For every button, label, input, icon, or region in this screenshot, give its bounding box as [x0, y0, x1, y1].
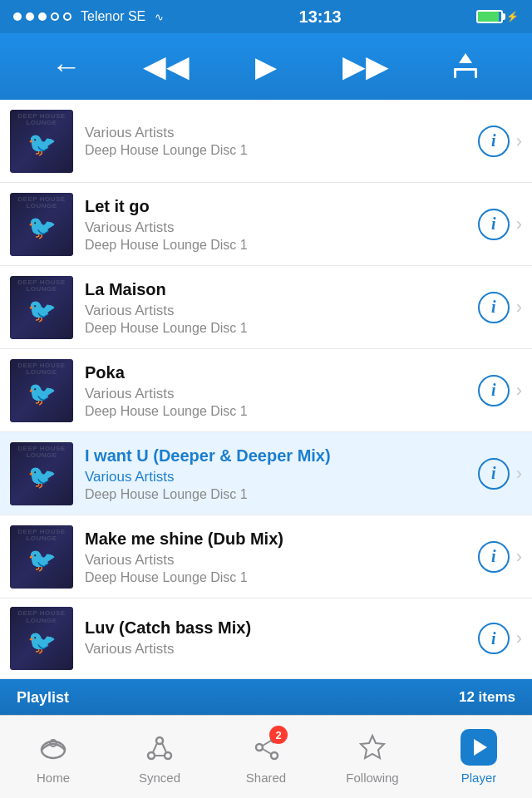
- track-title-label: Poka: [85, 362, 471, 382]
- track-album-label: Deep House Lounge Disc 1: [85, 321, 471, 336]
- tab-synced-label: Synced: [139, 771, 180, 785]
- svg-line-10: [162, 743, 166, 752]
- info-button[interactable]: i: [478, 375, 510, 406]
- playlist-bar: Playlist 12 items: [0, 679, 532, 716]
- info-button[interactable]: i: [478, 623, 510, 654]
- track-item[interactable]: DEEP HOUSELOUNGE 🐦 Poka Various Artists …: [0, 349, 532, 432]
- track-controls: i ›: [478, 541, 522, 573]
- track-title-label: La Maison: [85, 279, 471, 299]
- back-button[interactable]: ←: [42, 42, 91, 91]
- album-art: DEEP HOUSELOUNGE 🐦: [10, 442, 73, 505]
- info-button[interactable]: i: [478, 209, 510, 240]
- signal-dot-4: [51, 12, 59, 21]
- signal-dot-5: [63, 12, 71, 21]
- track-info: Let it go Various Artists Deep House Lou…: [85, 196, 471, 253]
- wifi-icon: ∿: [155, 11, 164, 23]
- synced-icon: [141, 729, 178, 766]
- track-item-partial[interactable]: DEEP HOUSELOUNGE 🐦 Luv (Catch bass Mix) …: [0, 598, 532, 679]
- album-art: DEEP HOUSELOUNGE 🐦: [10, 193, 73, 256]
- album-art: DEEP HOUSELOUNGE 🐦: [10, 607, 73, 670]
- track-controls: i ›: [478, 209, 522, 240]
- status-time: 13:13: [299, 7, 342, 27]
- track-title-label: Make me shine (Dub Mix): [85, 529, 471, 549]
- status-carrier-area: Telenor SE ∿: [13, 9, 164, 24]
- previous-button[interactable]: ◀◀: [141, 42, 191, 91]
- tab-following-label: Following: [346, 771, 398, 785]
- track-artist-label: Various Artists: [85, 219, 471, 236]
- tab-following[interactable]: Following: [319, 716, 426, 798]
- svg-rect-2: [475, 68, 477, 78]
- track-artist-label: Various Artists: [85, 552, 471, 569]
- track-item[interactable]: DEEP HOUSELOUNGE 🐦 Various Artists Deep …: [0, 100, 532, 183]
- album-art: DEEP HOUSELOUNGE 🐦: [10, 276, 73, 339]
- signal-dot-2: [26, 12, 34, 21]
- track-artist-label: Various Artists: [85, 125, 471, 141]
- svg-line-9: [153, 743, 157, 752]
- playlist-count: 12 items: [459, 689, 515, 706]
- svg-point-6: [156, 737, 163, 744]
- svg-point-7: [148, 752, 155, 759]
- info-button[interactable]: i: [478, 458, 510, 490]
- track-controls: i ›: [478, 292, 522, 323]
- track-info: Various Artists Deep House Lounge Disc 1: [85, 125, 471, 158]
- track-album-label: Deep House Lounge Disc 1: [85, 570, 471, 585]
- tab-shared[interactable]: 2 Shared: [213, 716, 319, 798]
- track-item-playing[interactable]: DEEP HOUSELOUNGE 🐦 I want U (Deeper & De…: [0, 432, 532, 515]
- svg-point-14: [271, 752, 278, 759]
- album-art: DEEP HOUSELOUNGE 🐦: [10, 110, 73, 173]
- play-button[interactable]: ▶: [241, 42, 291, 91]
- svg-rect-1: [454, 68, 456, 78]
- info-button[interactable]: i: [478, 541, 510, 573]
- track-artist-label: Various Artists: [85, 386, 471, 402]
- track-controls: i ›: [478, 458, 522, 490]
- album-art: DEEP HOUSELOUNGE 🐦: [10, 359, 73, 422]
- tab-player-label: Player: [461, 771, 497, 785]
- svg-line-16: [263, 749, 271, 754]
- shared-badge: 2: [269, 726, 288, 744]
- track-item[interactable]: DEEP HOUSELOUNGE 🐦 Make me shine (Dub Mi…: [0, 515, 532, 598]
- track-artist-label: Various Artists: [85, 303, 471, 319]
- battery-icon: [476, 10, 503, 23]
- track-title-label: Let it go: [85, 196, 471, 216]
- track-album-label: Deep House Lounge Disc 1: [85, 238, 471, 253]
- chevron-icon: ›: [516, 214, 522, 235]
- svg-marker-18: [474, 739, 487, 756]
- track-info: Make me shine (Dub Mix) Various Artists …: [85, 529, 471, 585]
- chevron-icon: ›: [516, 546, 522, 568]
- tab-home[interactable]: Home: [0, 716, 106, 798]
- track-item[interactable]: DEEP HOUSELOUNGE 🐦 Let it go Various Art…: [0, 183, 532, 266]
- track-info: La Maison Various Artists Deep House Lou…: [85, 279, 471, 336]
- tab-bar: Home Synced 2 Share: [0, 715, 532, 798]
- shared-icon: 2: [248, 729, 284, 766]
- svg-point-12: [256, 744, 263, 751]
- share-button[interactable]: [441, 42, 490, 91]
- playlist-label: Playlist: [17, 689, 69, 707]
- player-icon: [461, 729, 497, 766]
- status-bar: Telenor SE ∿ 13:13 ⚡: [0, 0, 532, 33]
- track-artist-label: Various Artists: [85, 469, 471, 485]
- chevron-icon: ›: [516, 131, 522, 152]
- track-album-label: Deep House Lounge Disc 1: [85, 487, 471, 502]
- track-info: I want U (Deeper & Deeper Mix) Various A…: [85, 446, 471, 502]
- chevron-icon: ›: [516, 297, 522, 318]
- tab-synced[interactable]: Synced: [106, 716, 213, 798]
- chevron-icon: ›: [516, 380, 522, 401]
- track-item[interactable]: DEEP HOUSELOUNGE 🐦 La Maison Various Art…: [0, 266, 532, 349]
- charging-icon: ⚡: [506, 11, 519, 22]
- info-button[interactable]: i: [478, 126, 510, 157]
- track-title-label: Luv (Catch bass Mix): [85, 618, 471, 638]
- tab-player[interactable]: Player: [426, 716, 532, 798]
- album-art: DEEP HOUSELOUNGE 🐦: [10, 525, 73, 589]
- track-title-label: I want U (Deeper & Deeper Mix): [85, 446, 471, 466]
- status-battery-area: ⚡: [476, 10, 519, 23]
- svg-line-15: [263, 741, 271, 746]
- signal-dot-3: [38, 12, 47, 21]
- playback-toolbar: ← ◀◀ ▶ ▶▶: [0, 33, 532, 100]
- track-controls: i ›: [478, 375, 522, 406]
- next-button[interactable]: ▶▶: [341, 42, 391, 91]
- track-album-label: Deep House Lounge Disc 1: [85, 404, 471, 419]
- tab-home-label: Home: [37, 771, 70, 785]
- info-button[interactable]: i: [478, 292, 510, 323]
- svg-marker-17: [361, 736, 384, 758]
- tab-shared-label: Shared: [246, 771, 286, 785]
